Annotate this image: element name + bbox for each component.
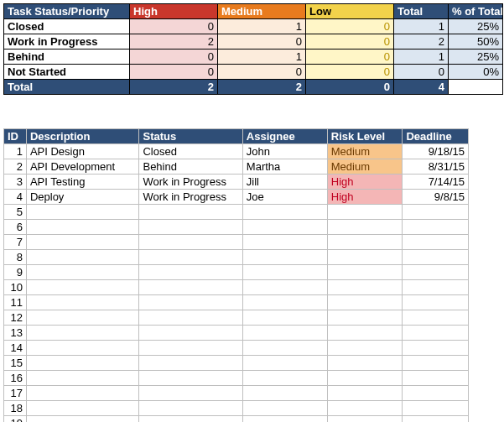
- cell-deadline[interactable]: [403, 356, 469, 371]
- cell-id[interactable]: 12: [4, 310, 27, 326]
- cell-status[interactable]: Closed: [139, 144, 242, 159]
- cell-id[interactable]: 13: [4, 326, 27, 341]
- cell-desc[interactable]: API Development: [26, 159, 139, 175]
- cell-desc[interactable]: API Design: [26, 144, 139, 159]
- cell-status[interactable]: [139, 341, 242, 356]
- cell-risk[interactable]: [327, 235, 403, 250]
- cell-risk[interactable]: [327, 250, 403, 265]
- cell-status[interactable]: [139, 356, 242, 371]
- cell-risk[interactable]: [327, 401, 403, 416]
- cell-deadline[interactable]: [403, 310, 469, 326]
- cell-deadline[interactable]: [403, 235, 469, 250]
- cell-deadline[interactable]: 9/18/15: [403, 144, 469, 159]
- cell-risk[interactable]: [327, 310, 403, 326]
- cell-id[interactable]: 17: [4, 386, 27, 401]
- cell-risk[interactable]: High: [327, 175, 403, 190]
- cell-assignee[interactable]: John: [242, 144, 327, 159]
- cell-deadline[interactable]: 7/14/15: [403, 175, 469, 190]
- cell-desc[interactable]: [26, 401, 139, 416]
- cell-risk[interactable]: Medium: [327, 144, 403, 159]
- cell-risk[interactable]: [327, 265, 403, 280]
- cell-risk[interactable]: [327, 295, 403, 310]
- cell-status[interactable]: Behind: [139, 159, 242, 175]
- cell-desc[interactable]: [26, 265, 139, 280]
- cell-assignee[interactable]: [242, 401, 327, 416]
- cell-status[interactable]: [139, 265, 242, 280]
- cell-deadline[interactable]: [403, 280, 469, 295]
- cell-desc[interactable]: [26, 341, 139, 356]
- cell-status[interactable]: [139, 371, 242, 386]
- cell-deadline[interactable]: [403, 326, 469, 341]
- cell-id[interactable]: 9: [4, 265, 27, 280]
- cell-status[interactable]: [139, 280, 242, 295]
- cell-id[interactable]: 15: [4, 356, 27, 371]
- cell-id[interactable]: 3: [4, 175, 27, 190]
- cell-assignee[interactable]: Martha: [242, 159, 327, 175]
- cell-assignee[interactable]: [242, 280, 327, 295]
- cell-risk[interactable]: Medium: [327, 159, 403, 175]
- cell-assignee[interactable]: [242, 371, 327, 386]
- cell-assignee[interactable]: [242, 386, 327, 401]
- cell-desc[interactable]: [26, 310, 139, 326]
- cell-assignee[interactable]: [242, 295, 327, 310]
- cell-risk[interactable]: [327, 386, 403, 401]
- cell-status[interactable]: [139, 326, 242, 341]
- cell-status[interactable]: [139, 416, 242, 423]
- cell-risk[interactable]: [327, 220, 403, 235]
- cell-deadline[interactable]: [403, 371, 469, 386]
- cell-status[interactable]: [139, 205, 242, 220]
- cell-status[interactable]: [139, 250, 242, 265]
- cell-status[interactable]: [139, 220, 242, 235]
- cell-assignee[interactable]: [242, 310, 327, 326]
- cell-desc[interactable]: API Testing: [26, 175, 139, 190]
- cell-id[interactable]: 6: [4, 220, 27, 235]
- cell-risk[interactable]: [327, 356, 403, 371]
- cell-status[interactable]: Work in Progress: [139, 190, 242, 205]
- cell-deadline[interactable]: [403, 341, 469, 356]
- cell-desc[interactable]: [26, 250, 139, 265]
- cell-risk[interactable]: [327, 280, 403, 295]
- cell-status[interactable]: Work in Progress: [139, 175, 242, 190]
- cell-deadline[interactable]: [403, 220, 469, 235]
- cell-id[interactable]: 4: [4, 190, 27, 205]
- cell-desc[interactable]: [26, 235, 139, 250]
- cell-id[interactable]: 8: [4, 250, 27, 265]
- cell-assignee[interactable]: [242, 205, 327, 220]
- cell-status[interactable]: [139, 235, 242, 250]
- cell-status[interactable]: [139, 295, 242, 310]
- cell-assignee[interactable]: [242, 265, 327, 280]
- cell-id[interactable]: 2: [4, 159, 27, 175]
- cell-desc[interactable]: [26, 326, 139, 341]
- cell-deadline[interactable]: 8/31/15: [403, 159, 469, 175]
- cell-id[interactable]: 14: [4, 341, 27, 356]
- cell-desc[interactable]: [26, 280, 139, 295]
- cell-deadline[interactable]: [403, 205, 469, 220]
- cell-assignee[interactable]: [242, 326, 327, 341]
- cell-id[interactable]: 11: [4, 295, 27, 310]
- cell-risk[interactable]: [327, 326, 403, 341]
- cell-deadline[interactable]: [403, 250, 469, 265]
- cell-id[interactable]: 18: [4, 401, 27, 416]
- cell-risk[interactable]: [327, 416, 403, 423]
- cell-desc[interactable]: [26, 371, 139, 386]
- cell-id[interactable]: 7: [4, 235, 27, 250]
- cell-id[interactable]: 1: [4, 144, 27, 159]
- cell-deadline[interactable]: 9/8/15: [403, 190, 469, 205]
- cell-deadline[interactable]: [403, 386, 469, 401]
- cell-id[interactable]: 16: [4, 371, 27, 386]
- cell-assignee[interactable]: Jill: [242, 175, 327, 190]
- cell-desc[interactable]: [26, 220, 139, 235]
- cell-assignee[interactable]: Joe: [242, 190, 327, 205]
- cell-risk[interactable]: [327, 371, 403, 386]
- cell-risk[interactable]: [327, 341, 403, 356]
- cell-risk[interactable]: High: [327, 190, 403, 205]
- cell-risk[interactable]: [327, 205, 403, 220]
- cell-desc[interactable]: [26, 205, 139, 220]
- cell-desc[interactable]: [26, 356, 139, 371]
- cell-deadline[interactable]: [403, 401, 469, 416]
- cell-assignee[interactable]: [242, 250, 327, 265]
- cell-status[interactable]: [139, 310, 242, 326]
- cell-desc[interactable]: [26, 295, 139, 310]
- cell-assignee[interactable]: [242, 235, 327, 250]
- cell-deadline[interactable]: [403, 265, 469, 280]
